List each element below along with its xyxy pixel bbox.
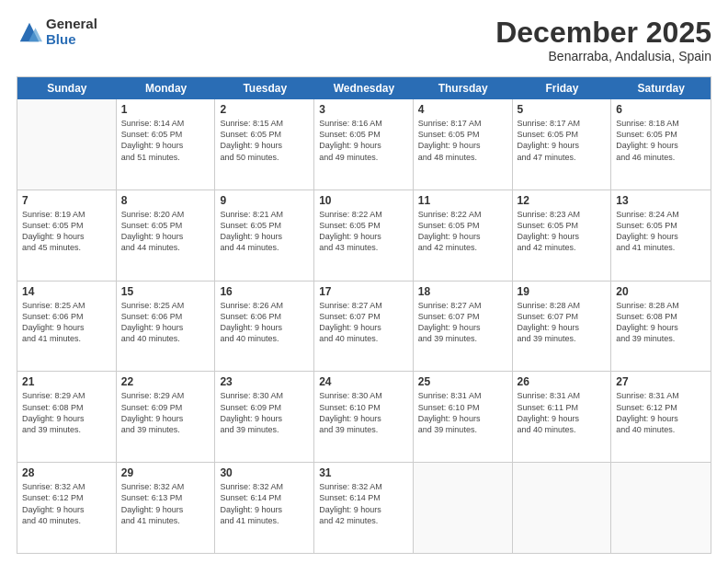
day-info: Sunrise: 8:17 AM Sunset: 6:05 PM Dayligh…	[518, 118, 607, 163]
calendar-cell: 13Sunrise: 8:24 AM Sunset: 6:05 PM Dayli…	[611, 190, 711, 281]
calendar-cell: 4Sunrise: 8:17 AM Sunset: 6:05 PM Daylig…	[414, 99, 513, 190]
day-number: 21	[22, 375, 111, 388]
calendar-cell: 3Sunrise: 8:16 AM Sunset: 6:05 PM Daylig…	[314, 99, 414, 190]
calendar-cell: 17Sunrise: 8:27 AM Sunset: 6:07 PM Dayli…	[314, 282, 414, 372]
logo-general-text: General	[46, 17, 97, 32]
day-info: Sunrise: 8:29 AM Sunset: 6:09 PM Dayligh…	[121, 390, 210, 435]
day-info: Sunrise: 8:25 AM Sunset: 6:06 PM Dayligh…	[22, 300, 111, 345]
day-info: Sunrise: 8:30 AM Sunset: 6:10 PM Dayligh…	[319, 390, 408, 435]
day-info: Sunrise: 8:29 AM Sunset: 6:08 PM Dayligh…	[22, 390, 111, 435]
day-number: 29	[121, 466, 210, 479]
day-number: 15	[121, 285, 210, 298]
day-number: 11	[418, 194, 507, 207]
logo: General Blue	[17, 17, 97, 47]
calendar-cell: 24Sunrise: 8:30 AM Sunset: 6:10 PM Dayli…	[314, 372, 414, 462]
calendar-cell: 8Sunrise: 8:20 AM Sunset: 6:05 PM Daylig…	[117, 190, 216, 281]
day-number: 2	[220, 103, 309, 116]
header: General Blue December 2025 Benarraba, An…	[17, 17, 711, 63]
header-day-thursday: Thursday	[414, 77, 513, 99]
day-number: 22	[121, 375, 210, 388]
day-number: 4	[418, 103, 507, 116]
location-subtitle: Benarraba, Andalusia, Spain	[495, 49, 711, 63]
logo-blue-text: Blue	[46, 32, 97, 48]
day-info: Sunrise: 8:22 AM Sunset: 6:05 PM Dayligh…	[319, 209, 408, 254]
day-info: Sunrise: 8:17 AM Sunset: 6:05 PM Dayligh…	[418, 118, 507, 163]
calendar-body: 1Sunrise: 8:14 AM Sunset: 6:05 PM Daylig…	[17, 99, 711, 553]
calendar-cell: 30Sunrise: 8:32 AM Sunset: 6:14 PM Dayli…	[215, 463, 314, 553]
day-info: Sunrise: 8:31 AM Sunset: 6:10 PM Dayligh…	[418, 390, 507, 435]
day-number: 28	[22, 466, 111, 479]
day-number: 9	[220, 194, 309, 207]
day-info: Sunrise: 8:15 AM Sunset: 6:05 PM Dayligh…	[220, 118, 309, 163]
calendar-cell	[611, 463, 711, 553]
calendar-cell: 2Sunrise: 8:15 AM Sunset: 6:05 PM Daylig…	[215, 99, 314, 190]
day-info: Sunrise: 8:22 AM Sunset: 6:05 PM Dayligh…	[418, 209, 507, 254]
day-info: Sunrise: 8:19 AM Sunset: 6:05 PM Dayligh…	[22, 209, 111, 254]
day-number: 12	[518, 194, 607, 207]
calendar-cell: 14Sunrise: 8:25 AM Sunset: 6:06 PM Dayli…	[17, 282, 117, 372]
calendar-cell: 12Sunrise: 8:23 AM Sunset: 6:05 PM Dayli…	[513, 190, 612, 281]
day-info: Sunrise: 8:20 AM Sunset: 6:05 PM Dayligh…	[121, 209, 210, 254]
calendar-cell: 6Sunrise: 8:18 AM Sunset: 6:05 PM Daylig…	[611, 99, 711, 190]
calendar-week-4: 21Sunrise: 8:29 AM Sunset: 6:08 PM Dayli…	[17, 372, 711, 463]
day-info: Sunrise: 8:18 AM Sunset: 6:05 PM Dayligh…	[616, 118, 706, 163]
day-info: Sunrise: 8:26 AM Sunset: 6:06 PM Dayligh…	[220, 300, 309, 345]
day-info: Sunrise: 8:31 AM Sunset: 6:12 PM Dayligh…	[616, 390, 706, 435]
day-number: 10	[319, 194, 408, 207]
day-info: Sunrise: 8:16 AM Sunset: 6:05 PM Dayligh…	[319, 118, 408, 163]
calendar-cell: 29Sunrise: 8:32 AM Sunset: 6:13 PM Dayli…	[117, 463, 216, 553]
calendar-cell: 28Sunrise: 8:32 AM Sunset: 6:12 PM Dayli…	[17, 463, 117, 553]
calendar-cell: 7Sunrise: 8:19 AM Sunset: 6:05 PM Daylig…	[17, 190, 117, 281]
calendar-cell: 18Sunrise: 8:27 AM Sunset: 6:07 PM Dayli…	[414, 282, 513, 372]
day-number: 13	[616, 194, 706, 207]
day-number: 5	[518, 103, 607, 116]
day-number: 18	[418, 285, 507, 298]
logo-icon	[17, 19, 42, 45]
day-number: 16	[220, 285, 309, 298]
calendar-cell: 23Sunrise: 8:30 AM Sunset: 6:09 PM Dayli…	[215, 372, 314, 462]
calendar-cell: 25Sunrise: 8:31 AM Sunset: 6:10 PM Dayli…	[414, 372, 513, 462]
calendar-cell: 10Sunrise: 8:22 AM Sunset: 6:05 PM Dayli…	[314, 190, 414, 281]
day-number: 6	[616, 103, 706, 116]
calendar-cell: 11Sunrise: 8:22 AM Sunset: 6:05 PM Dayli…	[414, 190, 513, 281]
day-info: Sunrise: 8:27 AM Sunset: 6:07 PM Dayligh…	[418, 300, 507, 345]
day-info: Sunrise: 8:30 AM Sunset: 6:09 PM Dayligh…	[220, 390, 309, 435]
calendar-cell	[513, 463, 612, 553]
day-info: Sunrise: 8:32 AM Sunset: 6:13 PM Dayligh…	[121, 481, 210, 526]
calendar-week-1: 1Sunrise: 8:14 AM Sunset: 6:05 PM Daylig…	[17, 99, 711, 190]
header-day-saturday: Saturday	[611, 77, 711, 99]
calendar-cell	[17, 99, 117, 190]
calendar-header: SundayMondayTuesdayWednesdayThursdayFrid…	[17, 77, 711, 99]
logo-text: General Blue	[46, 17, 97, 47]
calendar-cell: 16Sunrise: 8:26 AM Sunset: 6:06 PM Dayli…	[215, 282, 314, 372]
day-number: 17	[319, 285, 408, 298]
day-info: Sunrise: 8:21 AM Sunset: 6:05 PM Dayligh…	[220, 209, 309, 254]
day-info: Sunrise: 8:14 AM Sunset: 6:05 PM Dayligh…	[121, 118, 210, 163]
calendar-cell: 31Sunrise: 8:32 AM Sunset: 6:14 PM Dayli…	[314, 463, 414, 553]
day-number: 26	[518, 375, 607, 388]
calendar-cell: 19Sunrise: 8:28 AM Sunset: 6:07 PM Dayli…	[513, 282, 612, 372]
page-container: General Blue December 2025 Benarraba, An…	[0, 0, 728, 563]
day-number: 25	[418, 375, 507, 388]
day-info: Sunrise: 8:25 AM Sunset: 6:06 PM Dayligh…	[121, 300, 210, 345]
day-number: 8	[121, 194, 210, 207]
calendar-cell: 5Sunrise: 8:17 AM Sunset: 6:05 PM Daylig…	[513, 99, 612, 190]
header-day-tuesday: Tuesday	[215, 77, 314, 99]
day-info: Sunrise: 8:32 AM Sunset: 6:12 PM Dayligh…	[22, 481, 111, 526]
month-title: December 2025	[495, 17, 711, 49]
header-day-monday: Monday	[117, 77, 216, 99]
day-info: Sunrise: 8:31 AM Sunset: 6:11 PM Dayligh…	[518, 390, 607, 435]
day-info: Sunrise: 8:23 AM Sunset: 6:05 PM Dayligh…	[518, 209, 607, 254]
title-block: December 2025 Benarraba, Andalusia, Spai…	[495, 17, 711, 63]
day-number: 31	[319, 466, 408, 479]
calendar-week-3: 14Sunrise: 8:25 AM Sunset: 6:06 PM Dayli…	[17, 282, 711, 373]
calendar-cell: 21Sunrise: 8:29 AM Sunset: 6:08 PM Dayli…	[17, 372, 117, 462]
calendar-cell: 1Sunrise: 8:14 AM Sunset: 6:05 PM Daylig…	[117, 99, 216, 190]
header-day-sunday: Sunday	[17, 77, 117, 99]
day-info: Sunrise: 8:24 AM Sunset: 6:05 PM Dayligh…	[616, 209, 706, 254]
calendar-cell: 27Sunrise: 8:31 AM Sunset: 6:12 PM Dayli…	[611, 372, 711, 462]
calendar-cell: 22Sunrise: 8:29 AM Sunset: 6:09 PM Dayli…	[117, 372, 216, 462]
day-info: Sunrise: 8:28 AM Sunset: 6:07 PM Dayligh…	[518, 300, 607, 345]
day-number: 1	[121, 103, 210, 116]
header-day-wednesday: Wednesday	[314, 77, 414, 99]
